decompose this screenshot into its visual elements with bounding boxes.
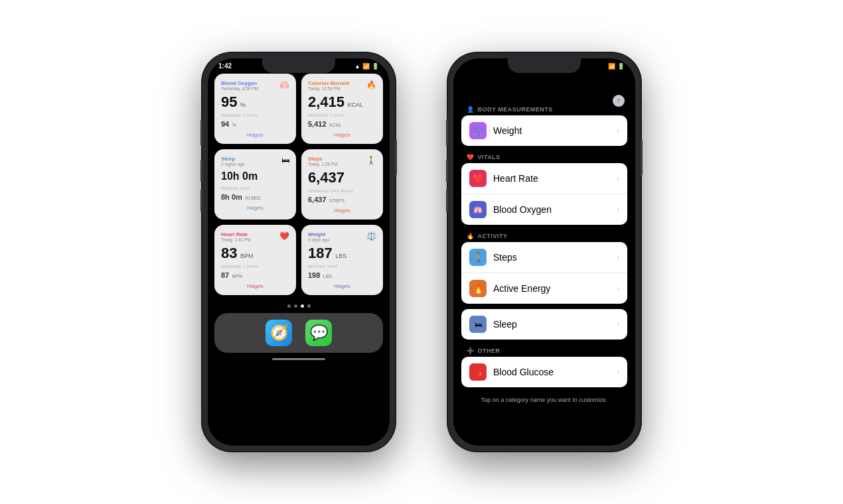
blood-oxygen-row-label: Blood Oxygen [493,204,610,215]
section-other: ➕ OTHER [453,342,635,357]
list-screen: Widgets ? 👤 BODY MEASUREMENTS ⚖️ Weight … [453,71,635,446]
dot-2 [294,304,297,308]
time-left: 1:42 [218,62,232,70]
list-item-weight[interactable]: ⚖️ Weight › [461,115,627,146]
time-right: 8:01 [464,62,477,70]
activity-section-icon: 🔥 [467,233,475,239]
heart-rate-chevron-icon: › [617,174,619,183]
widget-steps-value: 6,437 [308,170,376,185]
calories-icon: 🔥 [366,80,376,90]
activity-label: ACTIVITY [478,233,508,239]
body-measurements-section-icon: 👤 [467,106,475,113]
home-indicator-left [272,358,325,360]
battery-icon: 🔋 [372,63,379,70]
activity-group: 🚶 Steps › 🔥 Active Energy › [461,242,627,304]
weight-row-label: Weight [493,125,610,136]
blood-oxygen-chevron-icon: › [617,205,619,214]
steps-row-icon: 🚶 [469,249,487,266]
weight-row-icon: ⚖️ [469,122,487,139]
list-item-steps[interactable]: 🚶 Steps › [461,242,627,273]
page-title: Widgets [453,71,635,101]
widget-heart-rate-subtitle: Today, 1:41 PM [221,237,251,242]
left-side-button-mid [200,159,202,182]
widget-heart-rate[interactable]: Heart Rate Today, 1:41 PM ❤️ 83 BPM AVER… [214,225,296,295]
widget-blood-oxygen-avg: 94 % [221,117,289,129]
body-measurements-label: BODY MEASUREMENTS [478,106,553,113]
blood-glucose-chevron-icon: › [617,367,619,377]
widget-calories-subtitle: Today, 12:58 PM [308,86,349,91]
battery-icon-right: 🔋 [617,63,625,70]
list-item-blood-glucose[interactable]: 🩸 Blood Glucose › [461,357,627,387]
widget-weight-avg: 198 LBS [308,269,376,281]
right-screen: 8:01 ▲ 📶 🔋 Widgets ? 👤 BODY MEASUREMENTS… [453,58,635,446]
signal-icon-right: ▲ [600,63,606,70]
sleep-icon: 🛏 [281,156,289,165]
list-item-sleep[interactable]: 🛏 Sleep › [461,309,627,340]
widget-heart-rate-value: 83 BPM [221,246,289,261]
sleep-row-icon: 🛏 [469,316,487,333]
widget-steps[interactable]: Steps Today, 1:38 PM 🚶 6,437 AVERAGE THI… [301,149,383,220]
right-phone-left-btn-bot [446,189,448,212]
help-button[interactable]: ? [613,95,625,107]
footer-hint: Tap on a category name you want to custo… [453,390,635,410]
blood-glucose-row-label: Blood Glucose [493,367,610,377]
signal-icon: ▲ [354,63,360,70]
blood-glucose-row-icon: 🩸 [469,363,487,381]
active-energy-row-label: Active Energy [493,283,610,294]
list-item-blood-oxygen[interactable]: 🫁 Blood Oxygen › [461,194,627,225]
widget-sleep-avg: 8h 0m IN BED [221,190,289,202]
widget-calories-footer: Hidgets [308,133,376,137]
left-screen: 1:42 ▲ 📶 🔋 Blood Oxygen Yesterday, 4:56 … [208,58,390,446]
widget-weight-value: 187 LBS [308,246,376,261]
right-phone-right-btn [641,139,643,176]
widget-calories-avg: 5,412 KCAL [308,117,376,129]
widget-steps-title: Steps [308,156,338,162]
status-icons-left: ▲ 📶 🔋 [354,63,379,70]
active-energy-row-icon: 🔥 [469,280,487,297]
widgets-grid: Blood Oxygen Yesterday, 4:56 PM 🫁 95 % A… [208,71,390,300]
heart-rate-row-label: Heart Rate [493,173,610,184]
sleep-chevron-icon: › [617,320,619,329]
widget-heart-rate-avg: 87 BPM [221,269,289,281]
right-phone: 8:01 ▲ 📶 🔋 Widgets ? 👤 BODY MEASUREMENTS… [448,53,641,451]
widget-sleep-value: 10h 0m [221,170,289,182]
widget-weight-footer: Hidgets [308,284,376,288]
other-section-icon: ➕ [467,347,475,354]
blood-oxygen-icon: 🫁 [279,80,289,90]
notch-right [508,58,581,73]
left-side-button-bot [200,189,202,212]
widget-sleep[interactable]: Sleep 2 nights ago 🛏 10h 0m BEFORE THAT … [214,149,296,220]
weight-icon: ⚖️ [366,231,376,241]
sleep-row-label: Sleep [493,319,610,330]
list-item-active-energy[interactable]: 🔥 Active Energy › [461,273,627,304]
safari-icon[interactable]: 🧭 [266,320,292,346]
left-side-button-top [200,119,202,146]
other-group: 🩸 Blood Glucose › [461,357,627,387]
widget-calories-title: Calories Burned [308,80,349,86]
widget-blood-oxygen-subtitle: Yesterday, 4:56 PM [221,86,258,91]
section-activity: 🔥 ACTIVITY [453,227,635,242]
body-measurements-group: ⚖️ Weight › [461,115,627,146]
vitals-label: VITALS [478,154,500,160]
widget-steps-avg: 6,437 STEPS [308,193,376,205]
widget-calories[interactable]: Calories Burned Today, 12:58 PM 🔥 2,415 … [301,74,383,144]
widget-sleep-subtitle: 2 nights ago [221,162,244,166]
messages-icon[interactable]: 💬 [305,320,332,346]
dot-1 [287,304,291,308]
right-phone-left-btn-top [446,119,448,146]
widget-weight[interactable]: Weight 3 days ago ⚖️ 187 LBS BEFORE THAT… [301,225,383,295]
wifi-icon-right: 📶 [608,63,615,70]
widget-sleep-title: Sleep [221,156,244,162]
list-item-heart-rate[interactable]: ❤️ Heart Rate › [461,163,627,194]
steps-chevron-icon: › [617,253,619,262]
heart-rate-icon: ❤️ [279,231,289,241]
widget-blood-oxygen[interactable]: Blood Oxygen Yesterday, 4:56 PM 🫁 95 % A… [214,74,296,144]
widget-sleep-footer: Hidgets [221,206,289,210]
section-vitals: ❤️ VITALS [453,149,635,163]
page-dots [208,300,390,312]
section-body-measurements: 👤 BODY MEASUREMENTS [453,101,635,115]
status-icons-right: ▲ 📶 🔋 [600,63,625,70]
other-label: OTHER [478,347,500,354]
dot-4 [307,304,311,308]
widget-weight-subtitle: 3 days ago [308,237,329,242]
